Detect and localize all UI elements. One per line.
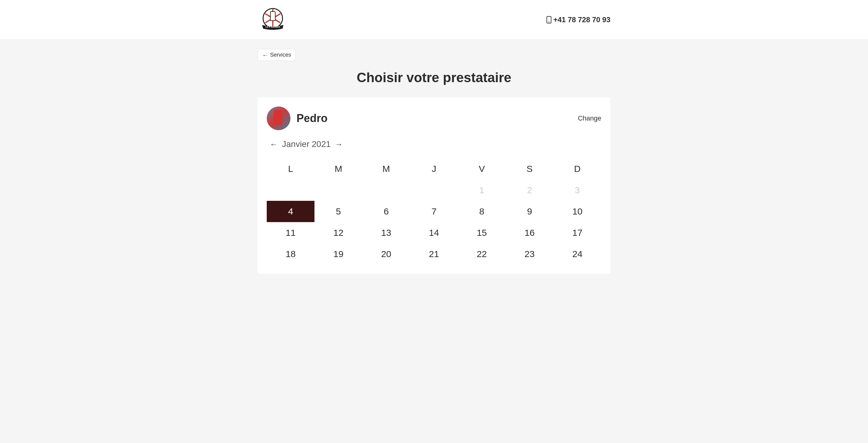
day-cell[interactable]: 18 — [267, 243, 314, 265]
provider-left: Pedro — [267, 107, 328, 130]
phone-link[interactable]: +41 78 728 70 93 — [547, 16, 611, 24]
next-month-button[interactable]: → — [335, 140, 343, 148]
change-button[interactable]: Change — [578, 114, 601, 122]
avatar — [267, 107, 290, 130]
phone-number: +41 78 728 70 93 — [553, 16, 611, 24]
day-header: S — [506, 158, 554, 179]
day-cell[interactable]: 13 — [362, 222, 410, 243]
phone-icon — [547, 16, 551, 23]
header: LIL'P BARBER +41 78 728 70 93 — [0, 0, 868, 40]
day-cell[interactable]: 19 — [314, 243, 362, 265]
day-cell[interactable]: 15 — [458, 222, 506, 243]
day-cell: 3 — [554, 179, 601, 201]
provider-name: Pedro — [297, 112, 328, 125]
arrow-left-icon: ← — [262, 52, 268, 58]
day-cell[interactable]: 5 — [314, 201, 362, 222]
day-cell[interactable]: 23 — [506, 243, 554, 265]
day-header: D — [554, 158, 601, 179]
back-button[interactable]: ← Services — [257, 49, 296, 61]
day-cell[interactable]: 4 — [267, 201, 314, 222]
day-cell — [410, 179, 458, 201]
header-inner: LIL'P BARBER +41 78 728 70 93 — [251, 6, 617, 33]
month-nav: ← Janvier 2021 → — [267, 139, 601, 149]
day-cell[interactable]: 8 — [458, 201, 506, 222]
day-cell[interactable]: 22 — [458, 243, 506, 265]
svg-text:LIL'P BARBER: LIL'P BARBER — [266, 26, 280, 28]
day-cell[interactable]: 24 — [554, 243, 601, 265]
day-cell[interactable]: 14 — [410, 222, 458, 243]
svg-rect-7 — [270, 11, 275, 21]
main: ← Services Choisir votre prestataire Ped… — [251, 40, 617, 283]
day-cell[interactable]: 10 — [554, 201, 601, 222]
day-cell[interactable]: 21 — [410, 243, 458, 265]
provider-card: Pedro Change ← Janvier 2021 → LMMJVSD123… — [257, 97, 611, 274]
page-title: Choisir votre prestataire — [257, 70, 611, 85]
day-cell[interactable]: 6 — [362, 201, 410, 222]
day-cell[interactable]: 16 — [506, 222, 554, 243]
month-label: Janvier 2021 — [282, 139, 331, 149]
day-header: J — [410, 158, 458, 179]
calendar-grid: LMMJVSD123456789101112131415161718192021… — [267, 158, 601, 265]
provider-row: Pedro Change — [267, 107, 601, 130]
day-header: L — [267, 158, 314, 179]
back-label: Services — [270, 52, 291, 58]
day-cell[interactable]: 20 — [362, 243, 410, 265]
day-cell[interactable]: 17 — [554, 222, 601, 243]
day-cell[interactable]: 7 — [410, 201, 458, 222]
day-cell — [314, 179, 362, 201]
day-cell: 2 — [506, 179, 554, 201]
day-cell[interactable]: 9 — [506, 201, 554, 222]
day-cell — [267, 179, 314, 201]
day-header: M — [362, 158, 410, 179]
day-header: V — [458, 158, 506, 179]
day-cell[interactable]: 11 — [267, 222, 314, 243]
day-cell[interactable]: 12 — [314, 222, 362, 243]
prev-month-button[interactable]: ← — [270, 140, 278, 148]
logo[interactable]: LIL'P BARBER — [257, 6, 288, 33]
day-cell — [362, 179, 410, 201]
day-header: M — [314, 158, 362, 179]
day-cell: 1 — [458, 179, 506, 201]
logo-icon: LIL'P BARBER — [257, 6, 288, 33]
